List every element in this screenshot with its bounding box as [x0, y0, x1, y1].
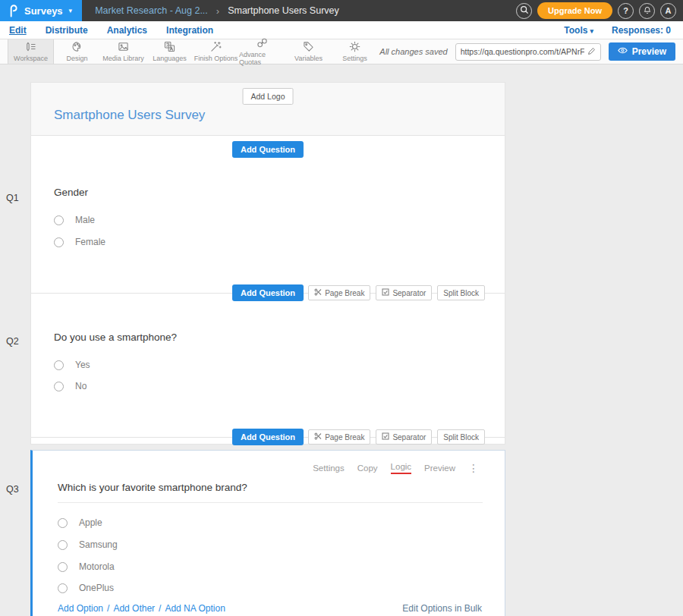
split-block-button[interactable]: Split Block	[437, 429, 485, 445]
tools-menu[interactable]: Tools▾	[564, 25, 593, 36]
question-tab-copy[interactable]: Copy	[357, 464, 378, 473]
survey-url-input[interactable]	[461, 47, 584, 56]
toolbar-item-media-library[interactable]: Media Library	[100, 39, 146, 64]
survey-header-section: Add Logo Smartphone Users Survey	[31, 83, 505, 136]
nav-right: Tools▾ Responses: 0	[564, 25, 671, 36]
option-label[interactable]: OnePlus	[79, 583, 114, 593]
question-tab-preview[interactable]: Preview	[424, 464, 455, 473]
breadcrumb-parent-link[interactable]: Market Research - Aug 2...	[95, 5, 208, 16]
option-label[interactable]: Apple	[79, 517, 102, 528]
scissors-icon	[314, 432, 322, 442]
radio-button[interactable]	[58, 540, 68, 550]
search-button[interactable]	[516, 3, 532, 19]
radio-button[interactable]	[54, 215, 64, 225]
option-label[interactable]: Yes	[75, 360, 90, 370]
product-label: Surveys	[24, 5, 63, 17]
edit-options-in-bulk-link[interactable]: Edit Options in Bulk	[402, 603, 482, 614]
question-code-q3: Q3	[6, 484, 19, 495]
question-text-q3[interactable]: Which is your favorite smartphone brand?	[58, 482, 483, 503]
add-logo-button[interactable]: Add Logo	[243, 88, 294, 105]
scissors-icon	[314, 288, 322, 297]
radio-button[interactable]	[54, 360, 64, 370]
separator-button[interactable]: Separator	[376, 285, 432, 300]
option-label[interactable]: Female	[75, 237, 105, 247]
option-label[interactable]: Samsung	[79, 539, 118, 550]
editor-canvas: Q1 Q2 Q3 Add Logo Smartphone Users Surve…	[0, 64, 683, 616]
question-code-q2: Q2	[6, 336, 19, 347]
option-row: Motorola	[58, 561, 115, 572]
search-icon	[520, 5, 529, 16]
tab-distribute[interactable]: Distribute	[46, 25, 88, 36]
toolbar-item-design[interactable]: Design	[54, 39, 100, 64]
radio-button[interactable]	[58, 562, 68, 572]
radio-button[interactable]	[58, 583, 68, 593]
nav-tabs: Edit Distribute Analytics Integration	[9, 25, 213, 36]
survey-url-box	[455, 43, 601, 61]
breadcrumb-chevron-icon: ›	[216, 5, 219, 17]
toolbar-item-settings[interactable]: Settings	[332, 39, 378, 64]
option-row: Male	[54, 215, 95, 225]
page-break-button[interactable]: Page Break	[308, 429, 370, 445]
option-label[interactable]: Motorola	[79, 561, 115, 572]
upgrade-now-button[interactable]: Upgrade Now	[537, 2, 612, 19]
avatar[interactable]: A	[660, 3, 676, 19]
header-actions: Upgrade Now ? A	[516, 2, 683, 19]
toolbar-item-languages[interactable]: Languages	[146, 39, 193, 64]
option-row: Samsung	[58, 539, 118, 550]
question-section-q2: Do you use a smartphone? Yes No Add Ques…	[31, 294, 505, 438]
edit-url-button[interactable]	[587, 45, 596, 58]
help-icon: ?	[623, 6, 628, 15]
tab-edit[interactable]: Edit	[9, 25, 27, 36]
breadcrumb-current: Smartphone Users Survey	[228, 5, 339, 16]
responses-count[interactable]: Responses: 0	[612, 25, 671, 36]
survey-card: Add Logo Smartphone Users Survey Add Que…	[30, 82, 505, 445]
radio-button[interactable]	[54, 382, 64, 391]
add-question-button[interactable]: Add Question	[232, 284, 304, 301]
radio-button[interactable]	[58, 518, 68, 528]
question-footer: Add Option / Add Other / Add NA Option E…	[58, 603, 482, 614]
separator-button[interactable]: Separator	[376, 429, 432, 445]
question-tab-logic[interactable]: Logic	[391, 462, 412, 474]
insert-actions: Page Break Separator Split Block	[308, 285, 485, 300]
eye-icon	[618, 46, 628, 57]
gear-icon	[349, 41, 360, 54]
preview-button[interactable]: Preview	[609, 42, 675, 61]
option-label[interactable]: Male	[75, 215, 95, 225]
split-block-button[interactable]: Split Block	[437, 285, 485, 300]
add-option-link[interactable]: Add Option	[58, 603, 103, 614]
toolbar-item-variables[interactable]: Variables	[285, 39, 332, 64]
option-row: Yes	[54, 360, 90, 370]
help-button[interactable]: ?	[618, 3, 634, 19]
question-text-q1[interactable]: Gender	[54, 187, 88, 198]
kebab-menu-icon[interactable]: ⋮	[468, 463, 479, 473]
checkbox-icon	[382, 432, 389, 442]
option-row: OnePlus	[58, 583, 114, 593]
survey-title[interactable]: Smartphone Users Survey	[54, 108, 205, 123]
add-question-button[interactable]: Add Question	[232, 141, 304, 158]
links-separator: /	[107, 603, 109, 614]
survey-nav: Edit Distribute Analytics Integration To…	[0, 21, 683, 39]
chevron-down-icon: ▾	[590, 27, 593, 35]
save-status: All changes saved	[379, 47, 447, 56]
question-text-q2[interactable]: Do you use a smartphone?	[54, 332, 177, 343]
image-icon	[118, 41, 129, 54]
notifications-button[interactable]	[639, 3, 655, 19]
surveys-product-menu[interactable]: Surveys ▾	[0, 0, 82, 21]
toolbar-item-finish-options[interactable]: Finish Options	[193, 39, 239, 64]
option-row: No	[54, 381, 87, 391]
app-header: Surveys ▾ Market Research - Aug 2... › S…	[0, 0, 683, 21]
question-tab-settings[interactable]: Settings	[313, 464, 345, 473]
add-na-option-link[interactable]: Add NA Option	[165, 603, 225, 614]
add-question-button[interactable]: Add Question	[232, 429, 304, 445]
radio-button[interactable]	[54, 237, 64, 247]
translate-icon	[164, 41, 175, 54]
tab-integration[interactable]: Integration	[166, 25, 213, 36]
option-label[interactable]: No	[75, 381, 87, 391]
toolbar-item-workspace[interactable]: Workspace	[8, 39, 54, 64]
add-other-link[interactable]: Add Other	[113, 603, 155, 614]
page-break-button[interactable]: Page Break	[308, 285, 370, 300]
toolbar-item-advance-quotas[interactable]: Advance Quotas	[239, 39, 285, 64]
tab-analytics[interactable]: Analytics	[107, 25, 147, 36]
palette-icon	[71, 41, 83, 54]
add-option-links: Add Option / Add Other / Add NA Option	[58, 603, 225, 614]
